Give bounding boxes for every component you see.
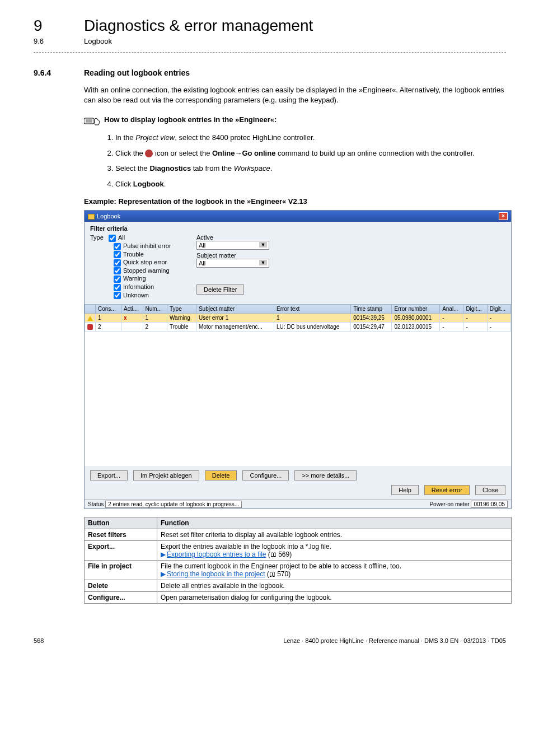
col-digit1[interactable]: Digit... xyxy=(463,305,487,314)
hand-keypad-icon xyxy=(84,115,104,128)
row-reset-filters: Reset filters xyxy=(85,529,157,541)
status-label: Status xyxy=(88,501,105,507)
cb-quick-stop[interactable] xyxy=(114,259,121,267)
section-number: 9.6.4 xyxy=(34,68,84,77)
chapter-number: 9 xyxy=(34,17,84,35)
th-function: Function xyxy=(157,517,512,529)
reset-error-button[interactable]: Reset error xyxy=(424,485,470,495)
cb-unknown[interactable] xyxy=(114,292,121,299)
step-4: Click Logbook. xyxy=(115,179,506,190)
col-num[interactable]: Num... xyxy=(143,305,167,314)
warning-icon xyxy=(85,314,96,323)
in-project-button[interactable]: Im Projekt ablegen xyxy=(133,470,199,480)
export-button[interactable]: Export... xyxy=(90,470,128,480)
delete-filter-button[interactable]: Delete Filter xyxy=(196,284,244,295)
cb-trouble[interactable] xyxy=(114,251,121,258)
status-text: 2 entries read, cyclic update of logbook… xyxy=(105,501,242,508)
active-select[interactable]: All▼ xyxy=(196,241,269,250)
all-checkbox[interactable] xyxy=(109,235,116,242)
close-icon[interactable]: × xyxy=(499,212,508,220)
subject-select[interactable]: All▼ xyxy=(196,259,269,268)
page-number: 568 xyxy=(34,637,44,644)
book-icon: 🕮 xyxy=(269,571,275,577)
col-type[interactable]: Type xyxy=(167,305,196,314)
step-list: In the Project view, select the 8400 pro… xyxy=(105,132,506,189)
section-title: Reading out logbook entries xyxy=(84,68,190,77)
delete-button[interactable]: Delete xyxy=(205,470,237,480)
col-cons[interactable]: Cons... xyxy=(96,305,121,314)
logbook-grid: Cons... Acti... Num... Type Subject matt… xyxy=(85,304,511,332)
active-label: Active xyxy=(196,234,269,241)
trouble-icon xyxy=(85,323,96,332)
help-button[interactable]: Help xyxy=(391,485,419,495)
type-label: Type xyxy=(90,234,104,241)
intro-paragraph: With an online connection, the existing … xyxy=(84,85,506,105)
col-errornumber[interactable]: Error number xyxy=(392,305,440,314)
subject-matter-label: Subject matter xyxy=(196,252,269,259)
more-details-button[interactable]: >> more details... xyxy=(294,470,357,480)
th-button: Button xyxy=(85,517,157,529)
row-configure: Configure... xyxy=(85,592,157,604)
col-subject[interactable]: Subject matter xyxy=(196,305,274,314)
power-on-value: 00196:09,05 xyxy=(471,501,508,508)
configure-button[interactable]: Configure... xyxy=(242,470,289,480)
cb-stopped-warning[interactable] xyxy=(114,267,121,274)
cb-pulse-inhibit[interactable] xyxy=(114,243,121,250)
logbook-dialog: Logbook × Filter criteria Type All Pulse… xyxy=(84,210,512,509)
cb-warning[interactable] xyxy=(114,276,121,283)
button-function-table: ButtonFunction Reset filtersReset set fi… xyxy=(84,517,512,604)
col-errortext[interactable]: Error text xyxy=(274,305,351,314)
close-button[interactable]: Close xyxy=(475,485,505,495)
step-2: Click the icon or select the Online→Go o… xyxy=(115,148,506,159)
row-file-in-project: File in project xyxy=(85,561,157,580)
grid-empty-area xyxy=(85,332,511,466)
dialog-title: Logbook xyxy=(88,213,120,220)
table-row[interactable]: 2 2Trouble Motor management/enc...LU: DC… xyxy=(85,323,511,332)
subsection-title: Logbook xyxy=(84,37,112,45)
active-x-icon: x xyxy=(121,314,143,323)
step-3: Select the Diagnostics tab from the Work… xyxy=(115,163,506,174)
cb-information[interactable] xyxy=(114,284,121,291)
row-delete: Delete xyxy=(85,580,157,592)
section-divider xyxy=(34,52,506,53)
row-export: Export... xyxy=(85,541,157,561)
footer-info: Lenze · 8400 protec HighLine · Reference… xyxy=(283,637,506,644)
chapter-title: Diagnostics & error management xyxy=(84,17,313,35)
filter-criteria-label: Filter criteria xyxy=(90,225,505,232)
howto-heading: How to display logbook entries in the »E… xyxy=(104,115,277,124)
col-timestamp[interactable]: Time stamp xyxy=(351,305,392,314)
table-row[interactable]: 1 x 1Warning User error 11 00154:39,2505… xyxy=(85,314,511,323)
link-storing-logbook[interactable]: Storing the logbook in the project xyxy=(167,570,265,578)
col-acti[interactable]: Acti... xyxy=(121,305,143,314)
example-heading: Example: Representation of the logbook i… xyxy=(84,197,506,206)
book-icon: 🕮 xyxy=(270,551,277,558)
go-online-icon xyxy=(145,150,153,157)
col-anal[interactable]: Anal... xyxy=(440,305,463,314)
link-export-entries[interactable]: Exporting logbook entries to a file xyxy=(167,550,266,558)
col-digit2[interactable]: Digit... xyxy=(487,305,510,314)
step-1: In the Project view, select the 8400 pro… xyxy=(115,132,506,143)
power-on-label: Power-on meter xyxy=(429,501,469,507)
subsection-number: 9.6 xyxy=(34,37,84,45)
